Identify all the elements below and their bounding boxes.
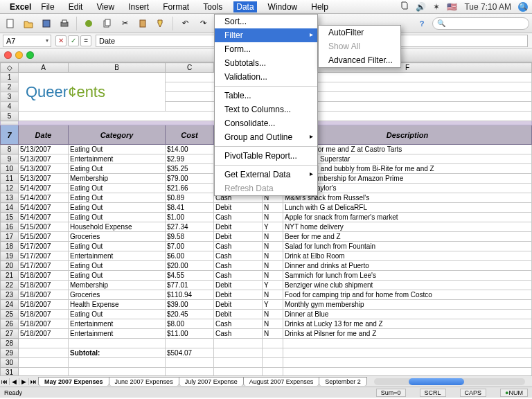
- cell-flag[interactable]: N: [263, 232, 283, 242]
- cell-desc[interactable]: Salad for lunch from Fountain: [283, 242, 532, 251]
- menu-item-advanced-filter[interactable]: Advanced Filter...: [319, 53, 400, 67]
- row-header[interactable]: 15: [1, 213, 19, 222]
- cell-date[interactable]: 5/13/2007: [19, 154, 69, 164]
- open-icon[interactable]: [21, 16, 36, 31]
- cell-flag[interactable]: N: [263, 310, 283, 319]
- name-box[interactable]: A7: [3, 35, 51, 47]
- menu-item-pivottable-report[interactable]: PivotTable Report...: [215, 149, 317, 163]
- col-header[interactable]: C: [166, 63, 214, 73]
- cell-date[interactable]: 5/14/2007: [19, 184, 69, 193]
- cell-date[interactable]: 5/14/2007: [19, 193, 69, 203]
- cell[interactable]: [214, 339, 263, 348]
- cell-type[interactable]: Cash: [214, 329, 263, 339]
- cell-category[interactable]: Eating Out: [69, 271, 166, 281]
- cell-cost[interactable]: $35.25: [166, 164, 214, 174]
- tab-prev-icon[interactable]: ◀: [10, 378, 19, 385]
- sheet-tab[interactable]: June 2007 Expenses: [109, 377, 179, 386]
- row-header[interactable]: 17: [1, 232, 19, 242]
- cell-cost[interactable]: $2.99: [166, 154, 214, 164]
- cell[interactable]: [69, 358, 166, 368]
- sheet-tab[interactable]: May 2007 Expenses: [38, 377, 109, 386]
- header-date[interactable]: Date: [19, 125, 69, 145]
- menu-item-subtotals[interactable]: Subtotals...: [215, 56, 317, 70]
- row-header[interactable]: 30: [1, 358, 19, 368]
- row-header[interactable]: 20: [1, 261, 19, 271]
- cell[interactable]: [214, 368, 263, 376]
- cut-icon[interactable]: ✂: [117, 16, 132, 31]
- cell-date[interactable]: 5/13/2007: [19, 145, 69, 154]
- cell[interactable]: [69, 339, 166, 348]
- cell-type[interactable]: Cash: [214, 319, 263, 329]
- minimize-icon[interactable]: [15, 51, 23, 59]
- cell-flag[interactable]: N: [263, 329, 283, 339]
- cell[interactable]: [263, 358, 283, 368]
- cell[interactable]: [263, 368, 283, 376]
- cell-flag[interactable]: N: [263, 203, 283, 213]
- cell-date[interactable]: 5/15/2007: [19, 222, 69, 232]
- menu-insert[interactable]: Insert: [125, 1, 152, 12]
- cell-type[interactable]: Cash: [214, 251, 263, 261]
- header-cost[interactable]: Cost: [166, 125, 214, 145]
- cell-date[interactable]: 5/18/2007: [19, 319, 69, 329]
- cell-date[interactable]: 5/18/2007: [19, 300, 69, 310]
- menu-item-validation[interactable]: Validation...: [215, 70, 317, 84]
- row-header[interactable]: 8: [1, 145, 19, 154]
- cell[interactable]: [263, 339, 283, 348]
- cell-subtotal-value[interactable]: $504.07: [166, 348, 214, 358]
- cell[interactable]: [263, 348, 283, 358]
- cell-category[interactable]: Eating Out: [69, 164, 166, 174]
- cell-flag[interactable]: N: [263, 251, 283, 261]
- fx-icon[interactable]: =: [80, 35, 91, 46]
- row-header[interactable]: 31: [1, 368, 19, 376]
- sheet-tab[interactable]: July 2007 Expense: [179, 377, 244, 386]
- cell-desc[interactable]: M&M's snack from Russel's: [283, 193, 532, 203]
- cell-category[interactable]: Health Expense: [69, 300, 166, 310]
- save-icon[interactable]: [39, 16, 54, 31]
- cell-type[interactable]: Debit: [214, 300, 263, 310]
- cell-category[interactable]: Entertainment: [69, 329, 166, 339]
- cell-date[interactable]: 5/18/2007: [19, 281, 69, 290]
- cell-desc[interactable]: Food for camping trip and for home from …: [283, 290, 532, 300]
- undo-icon[interactable]: ↶: [177, 16, 193, 31]
- cell-cost[interactable]: $11.00: [166, 329, 214, 339]
- menu-item-get-external-data[interactable]: Get External Data: [215, 168, 317, 181]
- cancel-icon[interactable]: ✕: [55, 35, 66, 46]
- menu-edit[interactable]: Edit: [66, 1, 86, 12]
- spotlight-icon[interactable]: 🔍: [518, 2, 528, 12]
- menu-item-filter[interactable]: Filter: [215, 28, 317, 42]
- cell-date[interactable]: 5/18/2007: [19, 329, 69, 339]
- cell-date[interactable]: 5/14/2007: [19, 213, 69, 222]
- redo-icon[interactable]: ↷: [195, 16, 211, 31]
- cell-category[interactable]: Entertainment: [69, 251, 166, 261]
- cell-desc[interactable]: Dinner and drinks at Puerto: [283, 261, 532, 271]
- cell-desc[interactable]: Picnic food and bubbly from Bi-Rite for …: [283, 164, 532, 174]
- row-header[interactable]: 25: [1, 310, 19, 319]
- cell-type[interactable]: Debit: [214, 203, 263, 213]
- cell[interactable]: [166, 339, 214, 348]
- menu-item-group-and-outline[interactable]: Group and Outline: [215, 130, 317, 144]
- row-header[interactable]: 9: [1, 154, 19, 164]
- cell[interactable]: [19, 339, 69, 348]
- row-header[interactable]: 26: [1, 319, 19, 329]
- cell[interactable]: [19, 348, 69, 358]
- cell[interactable]: [166, 368, 214, 376]
- volume-icon[interactable]: 🔊: [416, 2, 426, 12]
- row-header[interactable]: 23: [1, 290, 19, 300]
- cell-cost[interactable]: $20.00: [166, 261, 214, 271]
- row-header[interactable]: 16: [1, 222, 19, 232]
- row-header[interactable]: 22: [1, 281, 19, 290]
- cell-type[interactable]: Cash: [214, 213, 263, 222]
- cell[interactable]: [214, 348, 263, 358]
- cell-date[interactable]: 5/18/2007: [19, 271, 69, 281]
- cell-cost[interactable]: $7.00: [166, 242, 214, 251]
- cell-type[interactable]: Debit: [214, 310, 263, 319]
- cell-type[interactable]: Debit: [214, 290, 263, 300]
- cell-cost[interactable]: $4.55: [166, 271, 214, 281]
- cell-desc[interactable]: Dinner at Blue: [283, 310, 532, 319]
- cell-subtotal-label[interactable]: Subtotal:: [69, 348, 166, 358]
- cell-desc[interactable]: Sammich for lunch from Lee's: [283, 271, 532, 281]
- paste-icon[interactable]: [135, 16, 150, 31]
- cell-category[interactable]: Entertainment: [69, 319, 166, 329]
- menu-data[interactable]: Data: [233, 1, 256, 12]
- row-header[interactable]: 27: [1, 329, 19, 339]
